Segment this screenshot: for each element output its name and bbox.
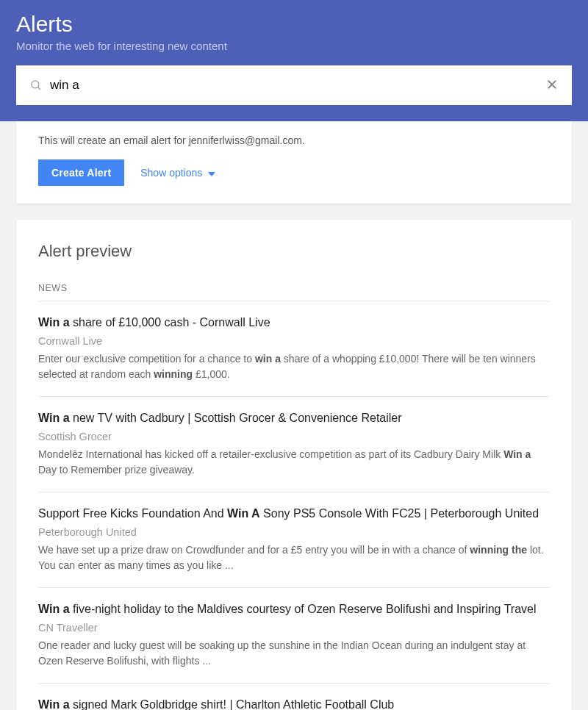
result-item: Support Free Kicks Foundation And Win A … [38, 492, 550, 588]
result-source: Cornwall Live [38, 335, 550, 347]
section-label-news: NEWS [38, 283, 550, 293]
svg-point-0 [32, 81, 39, 88]
result-title[interactable]: Win a five-night holiday to the Maldives… [38, 601, 550, 617]
page-title: Alerts [16, 12, 572, 37]
result-snippet: Enter our exclusive competition for a ch… [38, 351, 550, 383]
result-snippet: Mondelēz International has kicked off a … [38, 447, 550, 478]
result-source: Scottish Grocer [38, 431, 550, 442]
svg-line-1 [37, 87, 40, 90]
create-alert-card: This will create an email alert for jenn… [16, 121, 572, 204]
preview-title: Alert preview [38, 242, 550, 261]
search-icon [29, 79, 43, 92]
show-options-link[interactable]: Show options [140, 167, 215, 179]
result-snippet: One reader and lucky guest will be soaki… [38, 638, 550, 670]
clear-search-button[interactable] [542, 75, 562, 96]
page-subtitle: Monitor the web for interesting new cont… [16, 40, 572, 52]
show-options-label: Show options [140, 167, 202, 179]
result-item: Win a share of £10,000 cash - Cornwall L… [38, 301, 550, 397]
result-title[interactable]: Support Free Kicks Foundation And Win A … [38, 506, 550, 522]
close-icon [545, 78, 559, 93]
results-list: Win a share of £10,000 cash - Cornwall L… [38, 301, 550, 710]
result-title[interactable]: Win a signed Mark Goldbridge shirt! | Ch… [38, 697, 550, 710]
result-item: Win a five-night holiday to the Maldives… [38, 588, 550, 684]
result-source: CN Traveller [38, 622, 550, 634]
search-input[interactable] [50, 78, 542, 93]
result-item: Win a new TV with Cadbury | Scottish Gro… [38, 397, 550, 492]
create-alert-actions: Create Alert Show options [38, 159, 550, 186]
header: Alerts Monitor the web for interesting n… [0, 0, 588, 121]
result-snippet: We have set up a prize draw on Crowdfund… [38, 542, 550, 574]
result-title[interactable]: Win a new TV with Cadbury | Scottish Gro… [38, 410, 550, 426]
result-source: Peterborough United [38, 526, 550, 538]
search-box[interactable] [16, 65, 572, 105]
result-item: Win a signed Mark Goldbridge shirt! | Ch… [38, 684, 550, 710]
create-alert-info: This will create an email alert for jenn… [38, 135, 550, 146]
chevron-down-icon [208, 167, 215, 179]
alert-preview-card: Alert preview NEWS Win a share of £10,00… [16, 220, 572, 710]
main-area: This will create an email alert for jenn… [0, 121, 588, 710]
create-alert-button[interactable]: Create Alert [38, 159, 124, 186]
result-title[interactable]: Win a share of £10,000 cash - Cornwall L… [38, 315, 550, 331]
